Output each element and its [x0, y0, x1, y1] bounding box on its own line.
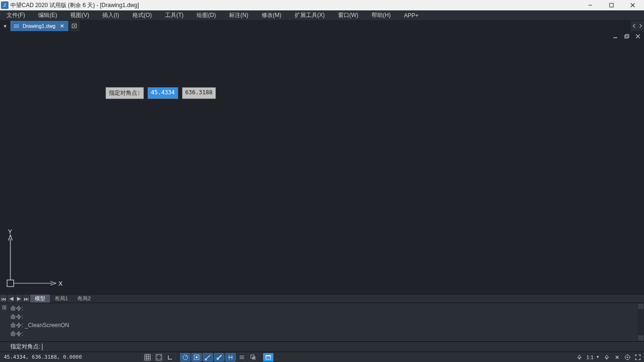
svg-text:Y: Y	[8, 229, 12, 235]
menu-appplus[interactable]: APP+	[397, 10, 425, 20]
annotation-scale-icon[interactable]	[576, 354, 583, 361]
menu-dimension[interactable]: 标注(N)	[223, 10, 255, 20]
menu-file[interactable]: 文件(F)	[0, 10, 32, 20]
annotation-visibility-icon[interactable]	[603, 354, 610, 361]
command-history[interactable]: ⊞ 命令: 命令: 命令: _CleanScreenON 命令:	[0, 303, 644, 341]
tab-scroll-buttons[interactable]	[631, 21, 644, 31]
ucs-icon: Y X	[4, 229, 66, 290]
document-tabs: ▾ Drawing1.dwg ✕	[0, 21, 644, 31]
svg-point-25	[157, 358, 158, 359]
command-input[interactable]: 指定对角点:	[0, 341, 644, 352]
toggle-polar[interactable]	[180, 353, 190, 362]
toggle-transparency[interactable]	[248, 353, 258, 362]
svg-point-46	[578, 358, 580, 359]
dwg-icon	[13, 24, 20, 29]
svg-line-28	[185, 355, 187, 357]
window-maximize-button[interactable]	[601, 0, 622, 10]
svg-text:X: X	[58, 280, 63, 287]
app-icon: Z	[1, 1, 8, 9]
window-close-button[interactable]	[622, 0, 643, 10]
workspace-settings-icon[interactable]	[624, 354, 631, 361]
svg-point-23	[157, 355, 158, 356]
toggle-ortho[interactable]	[165, 353, 175, 362]
toggle-otrack[interactable]	[203, 353, 213, 362]
statusbar-right: 1:1▼	[576, 354, 644, 361]
command-window: ⊞ 命令: 命令: 命令: _CleanScreenON 命令: 指定对角点:	[0, 303, 644, 352]
svg-rect-45	[266, 355, 271, 356]
svg-rect-22	[156, 354, 162, 360]
command-line: 命令:	[10, 304, 641, 313]
dynamic-input-tooltip: 指定对角点: 45.4334 636.3188	[106, 87, 216, 99]
menu-insert[interactable]: 插入(I)	[96, 10, 125, 20]
menu-tools[interactable]: 工具(T)	[158, 10, 190, 20]
tab-close-button[interactable]: ✕	[58, 23, 66, 29]
new-tab-button[interactable]	[69, 21, 80, 31]
mdi-window-controls	[611, 33, 642, 40]
toggle-osnap[interactable]	[191, 353, 202, 362]
menu-format[interactable]: 格式(O)	[126, 10, 158, 20]
layout-nav-first[interactable]: ⏮	[0, 295, 8, 303]
command-handle-icon[interactable]: ⊞	[2, 304, 7, 311]
svg-rect-12	[7, 280, 14, 287]
document-tab-label: Drawing1.dwg	[23, 23, 56, 29]
layout-nav-next[interactable]: ▶	[15, 295, 23, 303]
svg-point-24	[160, 355, 161, 356]
cursor-icon	[42, 344, 42, 350]
layout-nav-prev[interactable]: ◀	[8, 295, 15, 303]
command-scrollbar[interactable]	[637, 303, 644, 341]
menu-help[interactable]: 帮助(H)	[365, 10, 397, 20]
toggle-grid-display[interactable]	[142, 353, 153, 362]
command-line: 命令:	[10, 329, 641, 338]
svg-line-33	[217, 355, 222, 360]
svg-rect-9	[626, 34, 629, 37]
dynamic-input-y-field[interactable]: 636.3188	[182, 87, 216, 99]
svg-rect-17	[145, 354, 150, 360]
mdi-restore-button[interactable]	[622, 33, 631, 40]
dynamic-input-label: 指定对角点:	[106, 87, 144, 99]
svg-text:+: +	[230, 356, 231, 359]
layout-tabs: ⏮ ◀ ▶ ⏭ 模型 布局1 布局2	[0, 294, 644, 303]
window-minimize-button[interactable]	[579, 0, 601, 10]
layout-tab-layout1[interactable]: 布局1	[50, 295, 73, 303]
menu-modify[interactable]: 修改(M)	[255, 10, 288, 20]
fullscreen-icon[interactable]	[635, 354, 641, 361]
annotation-autoscale-icon[interactable]	[614, 354, 620, 361]
layout-tab-layout2[interactable]: 布局2	[73, 295, 95, 303]
svg-rect-1	[610, 3, 613, 7]
svg-point-47	[606, 358, 608, 359]
toggle-cycle[interactable]	[237, 353, 247, 362]
svg-point-26	[160, 358, 161, 359]
menu-edit[interactable]: 编辑(E)	[32, 10, 64, 20]
menu-draw[interactable]: 绘图(D)	[190, 10, 223, 20]
status-coords[interactable]: 45.4334, 636.3188, 0.0000	[0, 354, 86, 360]
mdi-minimize-button[interactable]	[611, 33, 619, 40]
menu-extension[interactable]: 扩展工具(X)	[288, 10, 331, 20]
svg-point-49	[627, 356, 628, 358]
tab-dropdown-icon[interactable]: ▾	[0, 21, 10, 31]
annotation-scale[interactable]: 1:1▼	[586, 354, 600, 360]
menu-view[interactable]: 视图(V)	[64, 10, 96, 20]
command-prompt: 指定对角点:	[10, 343, 40, 351]
svg-rect-8	[625, 35, 628, 38]
layout-tab-model[interactable]: 模型	[30, 295, 50, 303]
document-tab-active[interactable]: Drawing1.dwg ✕	[10, 21, 68, 31]
drawing-area[interactable]: 指定对角点: 45.4334 636.3188 Y X	[0, 31, 644, 294]
command-line: 命令:	[10, 313, 641, 321]
svg-rect-30	[196, 356, 198, 358]
toggle-snap-mode[interactable]	[154, 353, 164, 362]
toggle-dyn-input[interactable]: +	[225, 353, 236, 362]
statusbar: 45.4334, 636.3188, 0.0000 + 1:1▼	[0, 352, 644, 362]
dynamic-input-x-field[interactable]: 45.4334	[148, 87, 178, 99]
menu-window[interactable]: 窗口(W)	[331, 10, 365, 20]
mdi-close-button[interactable]	[634, 33, 642, 40]
toggle-clean-screen[interactable]	[263, 353, 273, 362]
titlebar: Z 中望CAD 2020 试用版 (剩余 6 天) - [Drawing1.dw…	[0, 0, 644, 10]
menubar: 文件(F) 编辑(E) 视图(V) 插入(I) 格式(O) 工具(T) 绘图(D…	[0, 10, 644, 21]
scale-label: 1:1	[586, 354, 594, 360]
toggle-lineweight[interactable]	[214, 353, 224, 362]
window-title: 中望CAD 2020 试用版 (剩余 6 天) - [Drawing1.dwg]	[10, 1, 139, 9]
status-toggle-group: +	[142, 353, 273, 362]
svg-rect-43	[252, 356, 256, 360]
layout-nav-last[interactable]: ⏭	[23, 295, 30, 303]
chevron-down-icon: ▼	[596, 355, 600, 359]
